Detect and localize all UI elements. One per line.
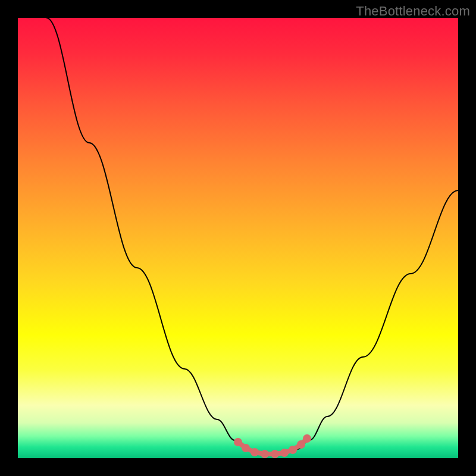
- highlight-dot: [261, 450, 269, 458]
- watermark-text: TheBottleneck.com: [356, 4, 470, 19]
- highlight-dot: [250, 448, 259, 456]
- chart-plot-area: [18, 18, 458, 458]
- highlight-dot: [234, 438, 242, 446]
- highlight-dot: [271, 450, 279, 458]
- highlight-dot: [242, 444, 250, 452]
- highlight-dot: [289, 446, 297, 454]
- chart-svg: [18, 18, 458, 458]
- highlight-dot: [303, 434, 311, 443]
- chart-frame: TheBottleneck.com: [0, 0, 476, 476]
- bottleneck-curve: [46, 18, 458, 454]
- highlight-dot: [280, 449, 289, 457]
- highlight-dot: [297, 440, 305, 449]
- flat-bottom-highlight: [234, 434, 311, 458]
